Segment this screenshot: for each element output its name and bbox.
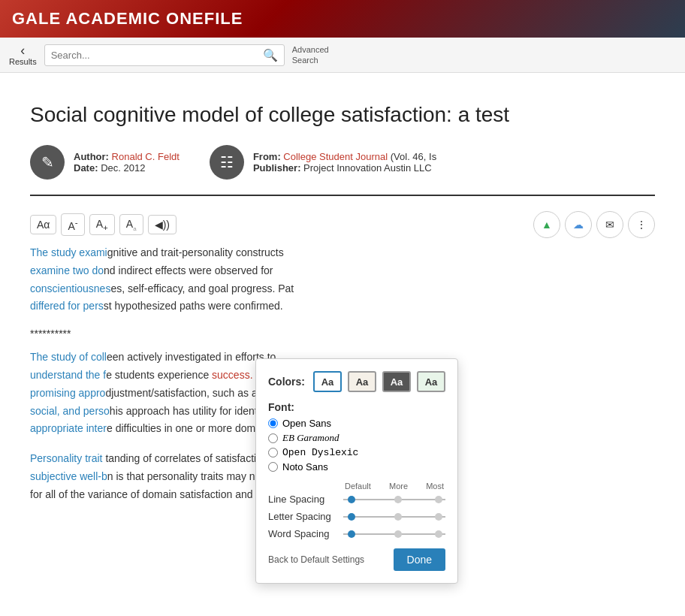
spacing-header-more: More	[389, 482, 408, 491]
separator-asterisks: **********	[30, 328, 655, 340]
font-row: Font: Open Sans EB Garamond Open Dyslexi…	[268, 401, 445, 473]
color-cream-swatch[interactable]: Aa	[348, 371, 376, 392]
font-noto-sans-radio[interactable]	[268, 462, 278, 472]
text-options-popup: Colors: Aa Aa Aa Aa Font: Open Sans EB G…	[255, 358, 458, 584]
letter-spacing-label: Letter Spacing	[268, 511, 343, 522]
source-text: From: College Student Journal (Vol. 46, …	[253, 151, 436, 174]
colors-row: Colors: Aa Aa Aa Aa	[268, 371, 445, 392]
search-button[interactable]: 🔍	[263, 48, 278, 62]
font-open-sans-label: Open Sans	[282, 418, 331, 429]
back-to-default-button[interactable]: Back to Default Settings	[268, 554, 364, 565]
author-name[interactable]: Ronald C. Feldt	[112, 151, 180, 162]
search-input[interactable]	[51, 50, 263, 61]
source-icon: ☷	[210, 145, 244, 180]
toolbar-right: ▲ ☁ ✉ ⋮	[533, 211, 655, 238]
journal-name[interactable]: College Student Journal	[283, 151, 388, 162]
advanced-search-link[interactable]: Advanced Search	[292, 44, 329, 66]
line-spacing-slider[interactable]	[343, 495, 445, 504]
search-box: 🔍	[44, 44, 285, 66]
letter-spacing-slider[interactable]	[343, 512, 445, 521]
translate-button[interactable]: Aα	[30, 215, 56, 234]
search-bar: ‹ Results 🔍 Advanced Search	[0, 38, 685, 73]
more-icon: ⋮	[636, 219, 647, 231]
font-open-sans-radio[interactable]	[268, 418, 278, 428]
author-text: Author: Ronald C. Feldt Date: Dec. 2012	[74, 151, 180, 174]
author-block: ✎ Author: Ronald C. Feldt Date: Dec. 201…	[30, 145, 180, 180]
google-drive-icon: ▲	[542, 219, 552, 231]
done-button[interactable]: Done	[394, 548, 445, 571]
app-title: GALE ACADEMIC ONEFILE	[12, 9, 243, 29]
word-spacing-row: Word Spacing	[268, 528, 445, 539]
spacing-header-most: Most	[426, 482, 444, 491]
spacing-header-default: Default	[345, 482, 371, 491]
article-paragraph-1: The study examignitive and trait-persona…	[30, 244, 655, 316]
color-white-swatch[interactable]: Aa	[313, 371, 342, 392]
font-open-sans-option[interactable]: Open Sans	[268, 418, 445, 429]
cloud-button[interactable]: ☁	[565, 211, 592, 238]
app-header: GALE ACADEMIC ONEFILE	[0, 0, 685, 38]
font-open-dyslexic-option[interactable]: Open Dyslexic	[268, 447, 445, 458]
article-toolbar: Aα A- A+ Aa ◀)) ▲ ☁ ✉ ⋮	[30, 205, 655, 244]
google-drive-button[interactable]: ▲	[533, 211, 560, 238]
back-to-results[interactable]: ‹ Results	[9, 44, 37, 66]
font-noto-sans-label: Noto Sans	[282, 461, 328, 473]
text-options-button[interactable]: Aa	[119, 214, 143, 236]
popup-footer: Back to Default Settings Done	[268, 548, 445, 571]
font-increase-icon: A+	[96, 218, 108, 232]
font-open-dyslexic-label: Open Dyslexic	[282, 447, 358, 458]
article-title: Social cognitive model of college satisf…	[30, 103, 655, 127]
word-spacing-slider[interactable]	[343, 530, 445, 539]
decrease-font-button[interactable]: A-	[61, 213, 84, 236]
text-options-icon: Aa	[126, 218, 137, 232]
results-label: Results	[9, 57, 37, 66]
article-divider	[30, 195, 655, 196]
audio-button[interactable]: ◀))	[148, 215, 177, 234]
font-eb-garamond-option[interactable]: EB Garamond	[268, 432, 445, 444]
cloud-icon: ☁	[573, 219, 584, 231]
increase-font-button[interactable]: A+	[89, 214, 115, 236]
line-spacing-row: Line Spacing	[268, 494, 445, 505]
article-meta: ✎ Author: Ronald C. Feldt Date: Dec. 201…	[30, 145, 655, 180]
letter-spacing-row: Letter Spacing	[268, 511, 445, 522]
audio-icon: ◀))	[155, 219, 170, 231]
article-area: Social cognitive model of college satisf…	[0, 73, 685, 531]
font-eb-garamond-radio[interactable]	[268, 433, 278, 443]
font-open-dyslexic-radio[interactable]	[268, 448, 278, 457]
source-block: ☷ From: College Student Journal (Vol. 46…	[210, 145, 436, 180]
font-eb-garamond-label: EB Garamond	[282, 432, 339, 444]
email-icon: ✉	[605, 219, 614, 231]
color-green-swatch[interactable]: Aa	[417, 371, 445, 392]
color-gray-swatch[interactable]: Aa	[382, 371, 411, 392]
font-label: Font:	[268, 401, 445, 413]
more-button[interactable]: ⋮	[628, 211, 655, 238]
word-spacing-label: Word Spacing	[268, 528, 343, 539]
back-arrow-icon: ‹	[20, 44, 25, 57]
email-button[interactable]: ✉	[596, 211, 623, 238]
author-icon: ✎	[30, 145, 65, 180]
font-decrease-icon: A-	[68, 217, 77, 232]
translate-icon: Aα	[37, 219, 50, 231]
colors-label: Colors:	[268, 376, 307, 388]
font-noto-sans-option[interactable]: Noto Sans	[268, 461, 445, 473]
line-spacing-label: Line Spacing	[268, 494, 343, 505]
